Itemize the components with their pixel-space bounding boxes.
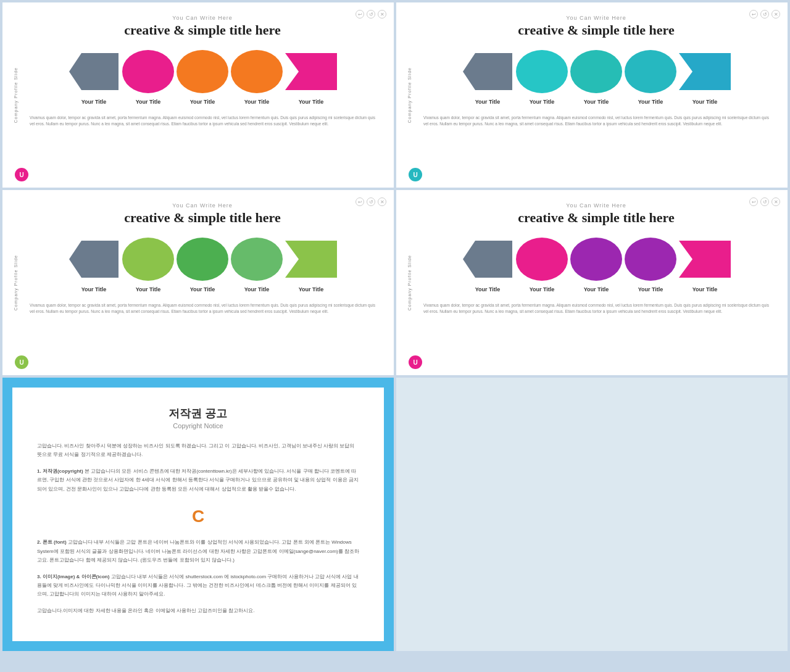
arrow-svg-3-5	[280, 236, 342, 283]
arrow-shape-1-1	[63, 48, 125, 95]
slide1-subtitle: You Can Write Here	[30, 15, 375, 21]
arrow-shape-2-4	[620, 48, 681, 95]
copyright-section1: 1. 저작권(copyright) 본 고맙습니다의 모든 서비스 콘텐츠에 대…	[37, 467, 359, 494]
svg-point-12	[177, 238, 228, 281]
slide3-title: creative & simple title here	[30, 210, 375, 226]
arrow-shape-2-1	[457, 48, 518, 95]
copyright-section3-title: 3. 이미지(image) & 아이콘(icon)	[37, 574, 109, 579]
shape-item-3-3: Your Title	[175, 236, 230, 292]
shape-item-1-5: Your Title	[284, 48, 338, 105]
ctrl4-btn-2[interactable]: ↺	[760, 197, 769, 206]
ctrl-btn-2[interactable]: ↺	[367, 10, 375, 19]
avatar-1: U	[15, 168, 28, 181]
ctrl3-btn-3[interactable]: ✕	[378, 197, 386, 206]
avatar-2: U	[409, 168, 422, 181]
side-label-text-4: Company Profile Slide	[407, 255, 412, 310]
svg-point-13	[231, 238, 283, 281]
svg-point-2	[177, 50, 228, 93]
ctrl2-btn-2[interactable]: ↺	[760, 10, 769, 19]
shape-item-4-4: Your Title	[623, 236, 678, 292]
arrow-svg-2-1	[457, 48, 518, 95]
label-4-2: Your Title	[530, 286, 555, 292]
ctrl3-btn-1[interactable]: ↩	[356, 197, 364, 206]
main-grid: ↩ ↺ ✕ Company Profile Slide You Can Writ…	[0, 0, 790, 653]
ctrl-btn-3[interactable]: ✕	[378, 10, 386, 19]
arrow-svg-2-3	[565, 48, 627, 95]
shape-item-4-2: Your Title	[515, 236, 569, 292]
slide3-controls: ↩ ↺ ✕	[356, 197, 386, 206]
svg-point-16	[516, 238, 568, 281]
shape-item-1-1: Your Title	[67, 48, 121, 105]
arrow-svg-4-5	[674, 236, 736, 283]
slide2-controls: ↩ ↺ ✕	[749, 10, 780, 19]
shape-item-1-3: Your Title	[175, 48, 230, 105]
shape-item-4-3: Your Title	[569, 236, 623, 292]
ctrl4-btn-3[interactable]: ✕	[771, 197, 780, 206]
arrow-svg-2-2	[511, 48, 573, 95]
arrow-svg-1-5	[280, 48, 342, 95]
arrow-svg-3-3	[172, 236, 233, 283]
svg-point-7	[570, 50, 622, 93]
copyright-section3: 3. 이미지(image) & 아이콘(icon) 고맙습니다 내부 서식들은 …	[37, 573, 359, 599]
arrow-svg-1-1	[63, 48, 125, 95]
copyright-section1-title: 1. 저작권(copyright)	[37, 468, 83, 474]
svg-marker-0	[69, 53, 118, 90]
slide2-body: Vivamus quam dolor, tempor ac gravida si…	[423, 115, 769, 127]
copyright-logo: C	[37, 501, 359, 532]
arrow-svg-1-4	[226, 48, 288, 95]
arrow-shape-2-2	[511, 48, 573, 95]
arrow-svg-4-1	[457, 236, 518, 283]
arrow-svg-3-4	[226, 236, 288, 283]
ctrl2-btn-1[interactable]: ↩	[749, 10, 758, 19]
slide1-icons-row: Your Title Your Title	[30, 48, 375, 105]
arrow-shape-4-5	[674, 236, 736, 283]
arrow-shape-1-5	[280, 48, 342, 95]
copyright-outro: 고맙습니다.이미지에 대한 자세한 내용을 온라인 혹은 이메일에 사용하신 고…	[37, 607, 359, 615]
copyright-intro: 고맙습니다. 비즈사인 찾아주시 덕분에 성장하는 비즈사인 되도록 하겠습니다…	[37, 442, 359, 460]
label-4-1: Your Title	[475, 286, 501, 292]
shape-item-3-2: Your Title	[121, 236, 175, 292]
arrow-svg-4-4	[620, 236, 681, 283]
slide-4: ↩ ↺ ✕ Company Profile Slide You Can Writ…	[396, 190, 788, 375]
label-3-3: Your Title	[190, 286, 215, 292]
copyright-title-en: Copyright Notice	[37, 422, 359, 429]
label-4-3: Your Title	[584, 286, 609, 292]
slide1-title: creative & simple title here	[30, 22, 375, 38]
arrow-svg-1-3	[172, 48, 233, 95]
ctrl-btn-1[interactable]: ↩	[356, 10, 364, 19]
label-1-3: Your Title	[190, 99, 215, 105]
copyright-container: 저작권 공고 Copyright Notice 고맙습니다. 비즈사인 찾아주시…	[2, 378, 394, 651]
label-1-5: Your Title	[299, 99, 324, 105]
arrow-shape-1-2	[117, 48, 179, 95]
label-1-4: Your Title	[244, 99, 270, 105]
arrow-shape-3-2	[117, 236, 179, 283]
slide3-icons-row: Your Title Your Title	[30, 236, 375, 292]
svg-marker-15	[463, 241, 512, 278]
shape-item-1-2: Your Title	[121, 48, 175, 105]
arrow-svg-2-5	[674, 48, 736, 95]
slide-3: ↩ ↺ ✕ Company Profile Slide You Can Writ…	[2, 190, 394, 375]
svg-marker-19	[679, 241, 731, 278]
arrow-shape-4-1	[457, 236, 518, 283]
ctrl2-btn-3[interactable]: ✕	[771, 10, 780, 19]
label-1-2: Your Title	[136, 99, 161, 105]
side-label-text-2: Company Profile Slide	[407, 67, 412, 123]
ctrl4-btn-1[interactable]: ↩	[749, 197, 758, 206]
slide3-body: Vivamus quam dolor, tempor ac gravida si…	[30, 302, 375, 315]
svg-point-17	[570, 238, 622, 281]
label-4-5: Your Title	[692, 286, 718, 292]
arrow-shape-1-3	[172, 48, 233, 95]
svg-point-8	[625, 50, 676, 93]
label-4-4: Your Title	[638, 286, 663, 292]
side-label-text-1: Company Profile Slide	[14, 67, 18, 123]
slide4-subtitle: You Can Write Here	[423, 202, 769, 209]
shape-item-2-4: Your Title	[623, 48, 678, 105]
arrow-shape-3-4	[226, 236, 288, 283]
shape-item-2-1: Your Title	[460, 48, 515, 105]
ctrl3-btn-2[interactable]: ↺	[367, 197, 375, 206]
label-1-1: Your Title	[81, 99, 107, 105]
shape-item-1-4: Your Title	[230, 48, 284, 105]
slide4-icons-row: Your Title Your Title	[423, 236, 769, 292]
copyright-section2: 2. 폰트 (font) 고맙습니다 내부 서식들은 고맙 폰트은 네이버 나눔…	[37, 538, 359, 565]
label-3-2: Your Title	[136, 286, 161, 292]
